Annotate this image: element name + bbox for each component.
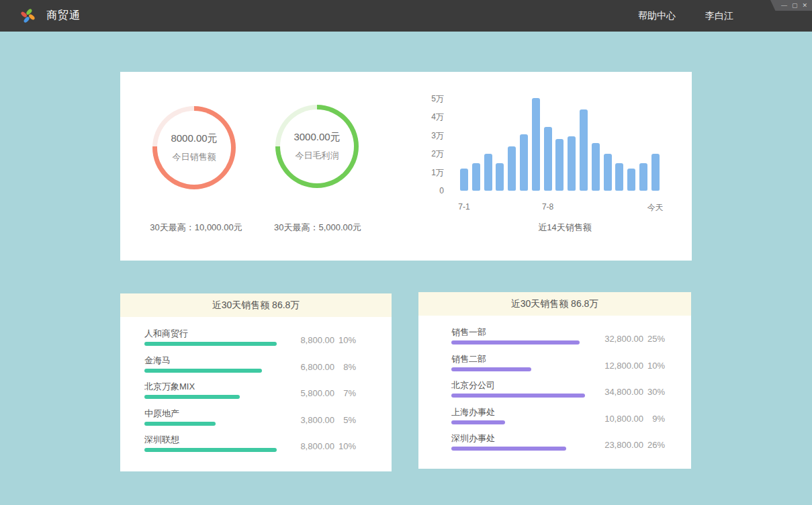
today-sales-caption: 今日销售额: [152, 151, 236, 163]
bar: [555, 139, 563, 191]
rank-item: 金海马6,800.008%: [120, 353, 392, 380]
bar: [544, 127, 552, 191]
daily-sales-bar-chart: [460, 90, 670, 191]
rank-item-bar: [144, 448, 277, 452]
x-axis-tick-label: 7-1: [458, 202, 469, 212]
dept-rank-card: 近30天销售额 86.8万 销售一部32,800.0025%销售二部12,800…: [418, 292, 691, 469]
bar: [639, 163, 647, 191]
rank-item-name: 销售一部: [451, 326, 486, 338]
bar: [592, 143, 600, 191]
rank-item-name: 深圳办事处: [451, 432, 495, 445]
rank-item: 北京万象MIX5,800.007%: [120, 379, 392, 406]
bar-chart-y-axis: 01万2万3万4万5万: [414, 90, 444, 191]
x-axis-tick-label: 今天: [647, 202, 664, 214]
rank-item-percent: 26%: [643, 440, 665, 450]
rank-item-percent: 30%: [643, 387, 665, 397]
rank-item-percent: 10%: [334, 335, 356, 345]
rank-item-name: 人和商贸行: [144, 328, 188, 340]
rank-item-percent: 9%: [643, 414, 665, 424]
rank-item-bar: [451, 394, 585, 398]
rank-item-amount: 32,800.00: [595, 334, 643, 344]
bar: [472, 163, 480, 191]
overview-card: 8000.00元 今日销售额 30天最高：10,000.00元 3000.00元…: [120, 72, 692, 261]
app-logo-icon: [19, 7, 37, 25]
rank-item: 人和商贸行8,800.0010%: [120, 326, 392, 353]
rank-item-amount: 34,800.00: [595, 387, 643, 397]
bar: [580, 109, 588, 191]
titlebar: 商贸通 帮助中心 李白江 — ▢ ✕: [0, 0, 812, 32]
minimize-button[interactable]: —: [781, 0, 787, 11]
rank-item-bar: [451, 367, 531, 371]
rank-item-percent: 7%: [334, 388, 356, 398]
bar: [460, 169, 468, 191]
rank-item: 北京分公司34,800.0030%: [418, 378, 691, 405]
rank-item-amount: 8,800.00: [286, 441, 334, 451]
close-button[interactable]: ✕: [802, 0, 807, 11]
bar: [615, 163, 623, 191]
dept-rank-list: 销售一部32,800.0025%销售二部12,800.0010%北京分公司34,…: [418, 316, 691, 458]
rank-item-amount: 12,800.00: [595, 361, 643, 371]
rank-item-percent: 5%: [334, 415, 356, 425]
rank-item-name: 北京分公司: [451, 379, 495, 392]
y-axis-tick-label: 5万: [414, 94, 444, 103]
y-axis-tick-label: 2万: [414, 149, 444, 158]
x-axis-tick-label: 7-8: [542, 202, 553, 212]
bar: [651, 154, 660, 191]
y-axis-tick-label: 4万: [414, 112, 444, 122]
rank-item-amount: 10,800.00: [595, 414, 643, 424]
window-controls: — ▢ ✕: [770, 0, 812, 11]
dept-rank-title: 近30天销售额 86.8万: [418, 292, 691, 316]
rank-item-amount: 23,800.00: [595, 440, 643, 450]
customer-rank-card: 近30天销售额 86.8万 人和商贸行8,800.0010%金海马6,800.0…: [120, 293, 392, 471]
rank-item-bar: [451, 420, 505, 424]
rank-item-bar: [144, 342, 277, 346]
rank-item-name: 金海马: [144, 355, 171, 367]
profit-30d-max-label: 30天最高：5,000.00元: [251, 222, 385, 234]
y-axis-tick-label: 0: [414, 186, 444, 195]
bar: [568, 136, 576, 191]
today-profit-value: 3000.00元: [275, 131, 359, 144]
rank-item-bar: [144, 369, 262, 373]
rank-item-name: 中原地产: [144, 408, 179, 420]
rank-item-percent: 8%: [334, 362, 356, 372]
rank-item-name: 上海办事处: [451, 406, 495, 418]
today-profit-gauge: 3000.00元 今日毛利润: [275, 105, 359, 188]
user-menu[interactable]: 李白江: [705, 10, 733, 22]
rank-item: 销售一部32,800.0025%: [418, 325, 691, 352]
rank-item: 深圳办事处23,800.0026%: [418, 431, 691, 458]
rank-item-name: 销售二部: [451, 353, 486, 365]
rank-item-amount: 5,800.00: [286, 388, 334, 398]
rank-item-percent: 10%: [643, 361, 665, 371]
app-title: 商贸通: [46, 9, 81, 23]
rank-item-percent: 10%: [334, 441, 356, 451]
bar: [496, 163, 504, 191]
rank-item: 中原地产3,800.005%: [120, 406, 392, 433]
rank-item-amount: 3,800.00: [286, 415, 334, 425]
rank-item-bar: [144, 395, 240, 399]
rank-item-name: 北京万象MIX: [144, 381, 195, 393]
customer-rank-list: 人和商贸行8,800.0010%金海马6,800.008%北京万象MIX5,80…: [120, 317, 392, 459]
maximize-button[interactable]: ▢: [792, 0, 798, 11]
rank-item: 深圳联想8,800.0010%: [120, 432, 392, 459]
bar: [532, 98, 540, 191]
rank-item: 上海办事处10,800.009%: [418, 405, 691, 432]
rank-item: 销售二部12,800.0010%: [418, 352, 691, 379]
y-axis-tick-label: 1万: [414, 168, 444, 177]
bar: [520, 134, 528, 191]
sales-30d-max-label: 30天最高：10,000.00元: [129, 222, 263, 234]
customer-rank-title: 近30天销售额 86.8万: [120, 293, 392, 317]
y-axis-tick-label: 3万: [414, 131, 444, 140]
help-center-link[interactable]: 帮助中心: [638, 10, 676, 22]
rank-item-bar: [144, 422, 216, 426]
today-sales-gauge: 8000.00元 今日销售额: [152, 106, 236, 189]
bar: [484, 154, 492, 191]
rank-item-name: 深圳联想: [144, 434, 179, 446]
bar-chart-title: 近14天销售额: [460, 222, 670, 234]
rank-item-bar: [451, 447, 566, 451]
today-sales-value: 8000.00元: [152, 132, 236, 145]
bar: [604, 154, 612, 191]
rank-item-amount: 6,800.00: [286, 362, 334, 372]
bar: [508, 146, 516, 191]
today-profit-caption: 今日毛利润: [275, 150, 359, 162]
rank-item-percent: 25%: [643, 334, 665, 344]
